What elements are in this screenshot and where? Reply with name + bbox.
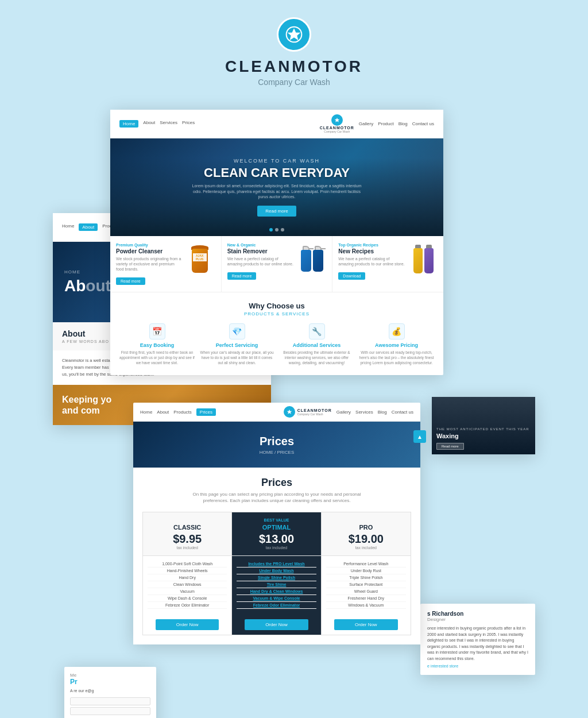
classic-f6: Wipe Dash & Console [148, 595, 227, 602]
classic-f3: Hand Dry [148, 574, 227, 581]
why-desc-3: Besides providing the ultimate exterior … [279, 350, 354, 365]
optimal-order-btn[interactable]: Order Now [245, 619, 308, 630]
nav-home[interactable]: Home [62, 223, 74, 231]
prices-hero-title: Prices [260, 435, 294, 448]
optimal-price: $13.00 [237, 532, 316, 546]
product-col-1: Premium Quality Powder Cleanser We stock… [110, 236, 222, 292]
why-item-4: 💰 Awesome Pricing With our services all … [359, 323, 434, 365]
home-nav-services[interactable]: Services [160, 120, 177, 128]
pro-features: Performance Level Wash Under Body Rust T… [322, 556, 411, 613]
pro-f6: Freshener Hand Dry [326, 595, 406, 602]
waxing-event-subtitle: THE MOST ANTICIPATED EVENT THIS YEAR [436, 427, 529, 431]
classic-order-btn[interactable]: Order Now [156, 619, 219, 630]
waxing-card: THE MOST ANTICIPATED EVENT THIS YEAR Wax… [432, 397, 535, 454]
waxing-read-more-btn[interactable]: Read more [436, 443, 464, 450]
home-nav-contact[interactable]: Contact us [412, 121, 434, 126]
about-hero-title: About [64, 277, 111, 295]
prices-page-card: Home About Products Prices CLEANMOTOR Co… [133, 403, 420, 644]
why-icon-2: 💎 [229, 323, 245, 339]
optimal-note: tax included [237, 546, 316, 550]
home-nav-prices[interactable]: Prices [182, 120, 195, 128]
pro-price: $19.00 [326, 532, 406, 546]
prices-nav-contact[interactable]: Contact us [392, 410, 413, 415]
optimal-plan-name: OPTIMAL [237, 524, 316, 531]
hero-dots [269, 228, 284, 231]
why-choose-subtitle: PRODUCTS & SERVICES [119, 311, 434, 316]
prices-nav-products[interactable]: Products [173, 410, 192, 415]
product-badge-1: Premium Quality [116, 243, 183, 247]
svg-marker-4 [335, 118, 340, 122]
product-img-3 [409, 243, 438, 275]
waxing-image: THE MOST ANTICIPATED EVENT THIS YEAR Wax… [432, 397, 535, 454]
classic-note: tax included [148, 546, 227, 550]
classic-price: $9.95 [148, 532, 227, 546]
profile-role: Designer [427, 617, 528, 622]
prod-sm-title: Pr [70, 678, 150, 686]
product-badge-2: New & Organic [227, 243, 295, 247]
home-nav-blog[interactable]: Blog [399, 121, 408, 126]
why-title-3: Additional Services [279, 342, 354, 348]
nav-about[interactable]: About [79, 223, 98, 231]
price-header-pro: PRO $19.00 tax included [322, 512, 411, 556]
prices-nav-home[interactable]: Home [140, 410, 152, 415]
optimal-btn-container: Order Now [232, 613, 320, 635]
optimal-f5: Hand Dry & Clean Windows [237, 588, 316, 595]
site-subtitle: Company Car Wash [225, 78, 363, 87]
prod-sm-text: A re our e@g [70, 688, 150, 694]
why-icon-3: 🔧 [309, 323, 325, 339]
svg-marker-1 [288, 28, 301, 40]
profile-link[interactable]: e interested store [427, 664, 528, 668]
product-btn-3[interactable]: Download [338, 272, 365, 280]
classic-plan-name: CLASSIC [148, 524, 227, 531]
why-choose-title: Why Choose us [119, 302, 434, 310]
optimal-f7: Febreze Odor Eliminator [237, 602, 316, 609]
price-table: CLASSIC $9.95 tax included 1,000-Point S… [142, 512, 411, 635]
pro-best-value [326, 518, 406, 522]
recipe-bottles-icon [413, 245, 434, 273]
product-name-1: Powder Cleanser [116, 248, 183, 254]
classic-f1: 1,000-Point Soft Cloth Wash [148, 561, 227, 568]
hero-dot-3[interactable] [281, 228, 284, 231]
price-col-pro: PRO $19.00 tax included Performance Leve… [322, 512, 411, 635]
classic-f4: Clean Windows [148, 581, 227, 588]
hero-text-block: WELCOME TO CAR WASH CLEAN CAR EVERYDAY L… [191, 158, 363, 217]
prices-section-title: Prices [142, 477, 411, 489]
profile-name: s Richardson [427, 611, 528, 617]
prices-nav-services[interactable]: Services [355, 410, 373, 415]
hero-dot-2[interactable] [275, 228, 278, 231]
home-nav-about[interactable]: About [143, 120, 155, 128]
product-img-1: AJAX PLUS [187, 243, 215, 275]
home-nav-home[interactable]: Home [119, 120, 138, 128]
price-header-classic: CLASSIC $9.95 tax included [143, 512, 231, 556]
scroll-top-button[interactable]: ▲ [413, 430, 426, 443]
product-desc-2: We have a perfect catalog of amazing pro… [227, 256, 295, 267]
hero-dot-1[interactable] [269, 228, 273, 231]
prices-nav: Home About Products Prices CLEANMOTOR Co… [133, 403, 420, 422]
classic-f5: Vacuum [148, 588, 227, 595]
logo-icon [277, 17, 311, 52]
why-icon-1: 📅 [149, 323, 165, 339]
home-nav-gallery[interactable]: Gallery [359, 121, 373, 126]
pro-f2: Under Body Rust [326, 568, 406, 574]
products-strip: Premium Quality Powder Cleanser We stock… [110, 236, 443, 292]
prices-nav-blog[interactable]: Blog [378, 410, 387, 415]
home-page-card: Home About Services Prices CLEANMOTOR Co… [110, 110, 443, 375]
product-btn-2[interactable]: Read more [227, 272, 257, 280]
prices-section: Prices On this page you can select any p… [133, 468, 420, 644]
home-nav-links-right: Gallery Product Blog Contact us [359, 121, 434, 126]
optimal-f2: Under Body Wash [237, 568, 316, 574]
hero-description: Lorem ipsum dolor sit amet, consectetur … [191, 183, 363, 200]
hero-cta-button[interactable]: Read more [257, 206, 296, 217]
prices-nav-prices[interactable]: Prices [196, 408, 216, 416]
home-nav-product[interactable]: Product [378, 121, 394, 126]
home-nav-logo-icon [331, 114, 343, 126]
product-btn-1[interactable]: Read more [116, 277, 145, 285]
home-nav-logo: CLEANMOTOR Company Car Wash [320, 114, 354, 133]
why-item-1: 📅 Easy Booking First thing first, you'll… [119, 323, 195, 365]
prices-nav-gallery[interactable]: Gallery [336, 410, 351, 415]
pro-plan-name: PRO [326, 524, 406, 531]
prices-nav-about[interactable]: About [157, 410, 169, 415]
price-col-classic: CLASSIC $9.95 tax included 1,000-Point S… [143, 512, 232, 635]
pro-order-btn[interactable]: Order Now [334, 619, 398, 630]
pro-note: tax included [326, 546, 406, 550]
